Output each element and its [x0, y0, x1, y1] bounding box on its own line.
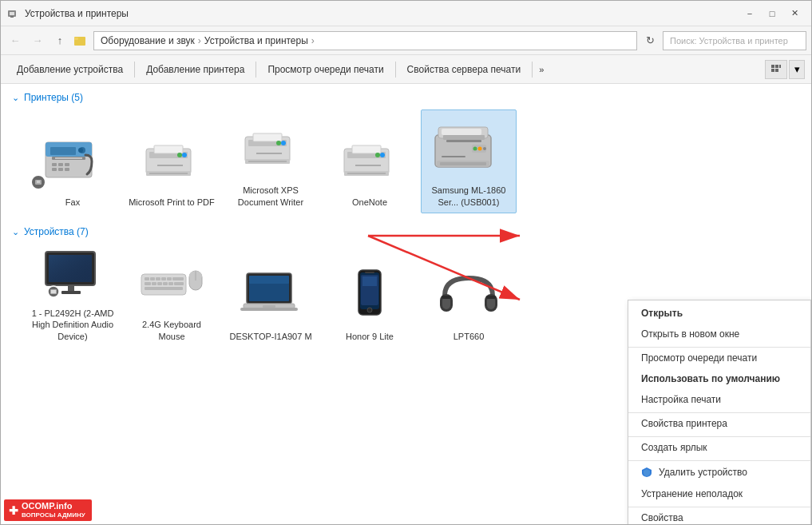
- svg-point-31: [177, 153, 182, 157]
- context-properties[interactable]: Свойства: [628, 507, 810, 524]
- folder-icon: [73, 34, 87, 48]
- list-item[interactable]: Samsung ML-1860 Ser... (USB001): [421, 109, 517, 213]
- svg-rect-71: [150, 277, 155, 280]
- context-printer-props[interactable]: Свойства принтера: [628, 412, 810, 434]
- svg-rect-27: [154, 145, 183, 153]
- printer-onenote-icon: [336, 131, 403, 189]
- print-pdf-device-icon: [133, 128, 210, 192]
- list-item[interactable]: Microsoft XPS Document Writer: [223, 109, 319, 213]
- context-print-queue[interactable]: Просмотр очереди печати: [628, 347, 810, 368]
- search-box[interactable]: Поиск: Устройства и принтер: [663, 31, 806, 50]
- svg-rect-2: [10, 16, 14, 18]
- refresh-button[interactable]: ↻: [640, 31, 660, 50]
- svg-rect-53: [446, 140, 481, 142]
- add-device-button[interactable]: Добавление устройства: [7, 58, 133, 81]
- svg-rect-22: [65, 168, 69, 171]
- add-printer-button[interactable]: Добавление принтера: [137, 58, 254, 81]
- printer-pdf-icon: [138, 131, 205, 189]
- context-create-shortcut[interactable]: Создать ярлык: [628, 436, 810, 458]
- context-remove-device[interactable]: Удалить устройство: [628, 460, 810, 483]
- address-input[interactable]: Оборудование и звук › Устройства и принт…: [93, 31, 637, 50]
- svg-rect-20: [52, 168, 57, 171]
- address-bar: ← → ↑ Оборудование и звук › Устройства и…: [1, 26, 811, 55]
- forward-button[interactable]: →: [28, 31, 47, 50]
- up-button[interactable]: ↑: [50, 31, 69, 50]
- context-open-new-window[interactable]: Открыть в новом окне: [628, 324, 810, 344]
- laptop-icon: [237, 265, 304, 323]
- svg-rect-103: [442, 296, 451, 299]
- svg-rect-28: [157, 165, 183, 166]
- list-item[interactable]: 1 - PL2492H (2-AMD High Definition Audio…: [25, 244, 121, 348]
- laptop-device-icon: [232, 262, 309, 326]
- svg-rect-72: [156, 277, 160, 280]
- list-item[interactable]: LPT660: [421, 244, 517, 348]
- maximize-button[interactable]: □: [762, 6, 782, 22]
- keyboard-label: 2.4G Keyboard Mouse: [128, 319, 216, 342]
- keyboard-device-icon: [133, 250, 210, 314]
- svg-rect-91: [240, 308, 298, 311]
- devices-chevron-icon: ⌄: [12, 227, 19, 237]
- main-content: ⌄ Принтеры (5): [1, 84, 811, 524]
- svg-point-57: [483, 147, 486, 150]
- svg-rect-95: [365, 272, 374, 273]
- svg-point-16: [78, 148, 83, 153]
- context-open[interactable]: Открыть: [628, 303, 810, 324]
- svg-rect-1: [10, 12, 14, 15]
- svg-rect-92: [263, 305, 275, 308]
- view-dropdown-button[interactable]: ▾: [789, 60, 805, 79]
- list-item[interactable]: Microsoft Print to PDF: [124, 109, 220, 213]
- printers-grid: Fax: [12, 109, 800, 213]
- main-window: Устройства и принтеры − □ ✕ ← → ↑ Оборуд…: [0, 0, 812, 525]
- toolbar: Добавление устройства Добавление принтер…: [1, 55, 811, 84]
- devices-section-header[interactable]: ⌄ Устройства (7): [12, 226, 800, 237]
- svg-rect-89: [249, 276, 289, 284]
- svg-rect-44: [355, 165, 381, 166]
- onenote-label: OneNote: [352, 197, 387, 208]
- monitor-device-icon: [34, 245, 111, 303]
- svg-rect-4: [74, 38, 78, 40]
- svg-point-40: [281, 141, 286, 145]
- context-troubleshoot[interactable]: Устранение неполадок: [628, 483, 810, 504]
- laptop-label: DESKTOP-I1A907 M: [229, 331, 311, 342]
- close-button[interactable]: ✕: [784, 6, 805, 22]
- grid-view-icon: [770, 64, 782, 75]
- svg-rect-17: [52, 163, 57, 166]
- context-menu: Открыть Открыть в новом окне Просмотр оч…: [628, 300, 811, 524]
- svg-rect-64: [68, 285, 74, 292]
- list-item[interactable]: Honor 9 Lite: [322, 244, 418, 348]
- view-button[interactable]: [765, 60, 787, 79]
- svg-point-48: [380, 153, 385, 157]
- more-button[interactable]: »: [534, 58, 549, 81]
- list-item[interactable]: Fax: [25, 109, 121, 213]
- svg-rect-81: [174, 282, 184, 285]
- svg-rect-97: [362, 276, 377, 286]
- printers-section-header[interactable]: ⌄ Принтеры (5): [12, 92, 800, 103]
- svg-rect-63: [49, 255, 92, 282]
- svg-rect-19: [65, 163, 69, 166]
- minimize-button[interactable]: −: [739, 6, 760, 22]
- xps-label: Microsoft XPS Document Writer: [227, 185, 315, 208]
- svg-point-98: [367, 308, 372, 312]
- watermark: ✚ OCOMP.info ВОПРОСЫ АДМИНУ: [4, 499, 92, 521]
- svg-rect-24: [37, 181, 40, 183]
- svg-rect-75: [172, 277, 184, 280]
- context-print-settings[interactable]: Настройка печати: [628, 389, 810, 410]
- watermark-subtitle: ВОПРОСЫ АДМИНУ: [22, 511, 85, 519]
- list-item[interactable]: DESKTOP-I1A907 M: [223, 244, 319, 348]
- printers-section-title: Принтеры (5): [24, 92, 83, 103]
- shield-icon: [641, 466, 654, 479]
- print-queue-button[interactable]: Просмотр очереди печати: [258, 58, 393, 81]
- list-item[interactable]: 2.4G Keyboard Mouse: [124, 244, 220, 348]
- fax-label: Fax: [65, 197, 80, 208]
- svg-rect-78: [157, 282, 162, 285]
- keyboard-mouse-icon: [138, 253, 205, 311]
- svg-rect-14: [55, 157, 82, 159]
- context-set-default[interactable]: Использовать по умолчанию: [628, 368, 810, 389]
- svg-rect-70: [145, 277, 149, 280]
- print-pdf-label: Microsoft Print to PDF: [129, 197, 215, 208]
- svg-rect-59: [440, 162, 486, 165]
- list-item[interactable]: OneNote: [322, 109, 418, 213]
- fax-icon: [39, 131, 106, 189]
- server-props-button[interactable]: Свойства сервера печати: [398, 58, 531, 81]
- back-button[interactable]: ←: [6, 31, 25, 50]
